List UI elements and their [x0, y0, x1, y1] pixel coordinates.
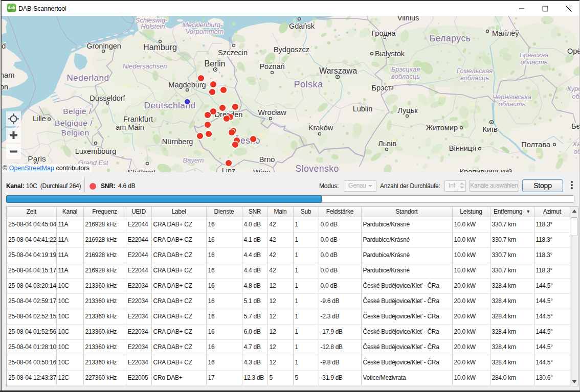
- svg-text:Чернігівська: Чернігівська: [493, 93, 531, 101]
- svg-text:Warszawa: Warszawa: [319, 66, 357, 75]
- svg-text:Гродна: Гродна: [371, 29, 396, 37]
- svg-text:Holstein: Holstein: [141, 22, 165, 30]
- svg-text:Брэсцкая: Брэсцкая: [391, 65, 420, 73]
- svg-text:Polska: Polska: [294, 79, 323, 89]
- svg-text:Гомельская: Гомельская: [457, 67, 493, 75]
- svg-text:Бєлгород: Бєлгород: [571, 122, 580, 130]
- svg-text:область: область: [499, 100, 526, 108]
- svg-text:Орёл: Орёл: [567, 47, 580, 55]
- svg-text:Niedersachsen: Niedersachsen: [123, 62, 167, 70]
- svg-text:Lublin: Lublin: [353, 105, 373, 113]
- svg-text:Poznań: Poznań: [259, 62, 284, 71]
- svg-text:Magdeburg: Magdeburg: [168, 81, 206, 89]
- svg-text:Вінниця: Вінниця: [449, 144, 476, 152]
- svg-text:обл: обл: [572, 93, 580, 100]
- svg-text:Vilnius: Vilnius: [397, 16, 419, 22]
- svg-text:Düsseldorf: Düsseldorf: [90, 94, 125, 102]
- svg-text:область: область: [521, 58, 548, 66]
- svg-text:Bayern: Bayern: [183, 156, 204, 164]
- svg-text:Białystok: Białystok: [375, 50, 405, 58]
- svg-text:Groningen: Groningen: [86, 42, 121, 50]
- svg-text:Bydgoszcz: Bydgoszcz: [274, 45, 309, 54]
- svg-text:Полтава: Полтава: [521, 141, 551, 149]
- svg-text:Київ: Київ: [482, 125, 498, 133]
- svg-text:Львів: Львів: [378, 140, 396, 148]
- svg-text:Кропивницький: Кропивницький: [460, 168, 512, 172]
- svg-text:Stuttgart: Stuttgart: [128, 168, 156, 172]
- svg-text:вобласць: вобласць: [460, 74, 489, 82]
- svg-text:Житомир: Житомир: [426, 124, 458, 132]
- svg-text:Luxembourg: Luxembourg: [75, 147, 117, 155]
- svg-text:Belgique /: Belgique /: [55, 119, 93, 127]
- svg-text:Луцьк: Луцьк: [397, 106, 418, 114]
- svg-text:Nederland: Nederland: [67, 73, 109, 83]
- svg-text:Курская: Курская: [567, 85, 580, 93]
- svg-text:Berlin: Berlin: [205, 59, 226, 68]
- svg-text:Харківська: Харківська: [572, 140, 580, 148]
- svg-text:am Main: am Main: [116, 123, 144, 131]
- svg-text:Брэст: Брэст: [372, 84, 392, 92]
- svg-text:вобласць: вобласць: [391, 73, 420, 80]
- svg-text:Belgien: Belgien: [61, 128, 89, 137]
- svg-text:Kraków: Kraków: [308, 124, 333, 132]
- svg-text:Lille: Lille: [33, 114, 46, 123]
- svg-text:Linz: Linz: [222, 167, 236, 172]
- svg-text:Wrocław: Wrocław: [258, 108, 286, 117]
- svg-text:ham: ham: [0, 71, 14, 79]
- svg-text:Frankfurt: Frankfurt: [123, 115, 153, 123]
- svg-text:Hamburg: Hamburg: [143, 43, 177, 52]
- svg-text:Paris: Paris: [28, 154, 46, 163]
- svg-text:Беларусь: Беларусь: [430, 33, 471, 43]
- svg-text:Брянская: Брянская: [520, 51, 549, 59]
- svg-text:Vorpommern: Vorpommern: [186, 28, 224, 35]
- svg-text:Szczecin: Szczecin: [218, 49, 248, 57]
- svg-text:Gdańsk: Gdańsk: [289, 22, 315, 30]
- svg-text:België /: België /: [63, 107, 92, 116]
- svg-text:Slovensko: Slovensko: [295, 164, 339, 172]
- svg-text:Wien: Wien: [253, 168, 271, 172]
- svg-text:Brno: Brno: [259, 155, 275, 164]
- svg-text:Nürnberg: Nürnberg: [162, 137, 193, 146]
- svg-text:Магілёў: Магілёў: [492, 29, 519, 37]
